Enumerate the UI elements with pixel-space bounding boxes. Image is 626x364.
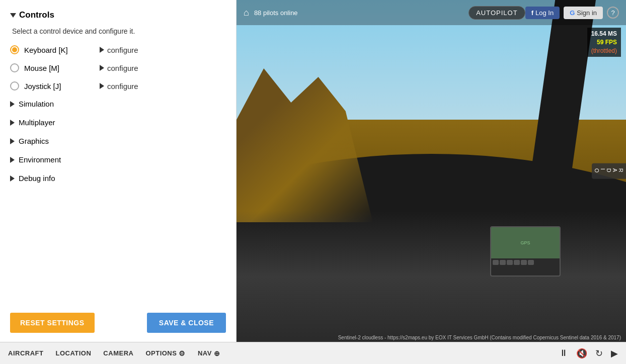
- google-icon: G: [570, 9, 575, 17]
- left-panel: Controls Select a control device and con…: [0, 0, 237, 342]
- section-arrow-icon: [10, 175, 15, 181]
- reload-icon: ↻: [595, 348, 603, 359]
- section-arrow-icon: [10, 101, 15, 107]
- facebook-icon: f: [531, 9, 533, 17]
- play-button[interactable]: ▶: [611, 348, 618, 359]
- gps-screen: GPS: [491, 227, 560, 258]
- simulation-section[interactable]: Simulation: [10, 100, 226, 108]
- mouse-configure-label: configure: [107, 64, 138, 72]
- gps-controls: [491, 258, 560, 266]
- reload-button[interactable]: ↻: [595, 348, 603, 359]
- mouse-radio[interactable]: [10, 63, 19, 72]
- bottom-nav: AIRCRAFT LOCATION CAMERA OPTIONS ⚙ NAV ⊕…: [0, 342, 626, 364]
- nav-controls: ⏸ 🔇 ↻ ▶: [559, 348, 618, 359]
- graphics-section[interactable]: Graphics: [10, 137, 226, 145]
- pause-button[interactable]: ⏸: [559, 348, 568, 358]
- nav-options[interactable]: OPTIONS ⚙: [145, 349, 186, 357]
- keyboard-label: Keyboard [K]: [24, 46, 95, 54]
- section-arrow-icon: [10, 138, 15, 144]
- controls-header[interactable]: Controls: [10, 10, 226, 20]
- pilots-online: 88 pilots online: [254, 9, 468, 17]
- camera-label: CAMERA: [103, 349, 133, 357]
- play-icon: ▶: [611, 348, 618, 359]
- ms-stat: 16.54 MS: [591, 30, 617, 38]
- joystick-control-item: Joystick [J] configure: [10, 81, 226, 90]
- collapse-icon: [10, 13, 16, 18]
- joystick-radio[interactable]: [10, 81, 19, 90]
- google-signin-button[interactable]: G Sign in: [564, 7, 603, 19]
- top-bar-right: f Log In G Sign in ?: [525, 7, 619, 19]
- keyboard-radio[interactable]: [10, 45, 19, 54]
- throttled-indicator: (throttled): [591, 47, 617, 55]
- mouse-control-item: Mouse [M] configure: [10, 63, 226, 72]
- gps-unit: GPS: [490, 226, 561, 277]
- facebook-login-button[interactable]: f Log In: [525, 7, 560, 19]
- nav-nav[interactable]: NAV ⊕: [198, 349, 220, 357]
- instrument-panel: [237, 211, 626, 342]
- debug-section[interactable]: Debug info: [10, 174, 226, 183]
- configure-arrow-icon: [100, 83, 104, 89]
- nav-aircraft[interactable]: AIRCRAFT: [8, 349, 43, 357]
- top-bar: ⌂ 88 pilots online AUTOPILOT f Log In G …: [237, 0, 626, 25]
- controls-subtitle: Select a control device and configure it…: [12, 27, 226, 35]
- location-label: LOCATION: [55, 349, 91, 357]
- radio-panel[interactable]: RADIO: [592, 163, 626, 179]
- fps-stat: 59 FPS: [591, 38, 617, 47]
- reset-settings-button[interactable]: RESET SETTINGS: [10, 313, 95, 333]
- keyboard-control-item: Keyboard [K] configure: [10, 45, 226, 54]
- performance-stats: 16.54 MS 59 FPS (throttled): [587, 28, 621, 57]
- nav-location[interactable]: LOCATION: [55, 349, 91, 357]
- options-gear-icon: ⚙: [179, 349, 186, 357]
- keyboard-configure-label: configure: [107, 46, 138, 54]
- pause-icon: ⏸: [559, 348, 568, 358]
- autopilot-button[interactable]: AUTOPILOT: [468, 6, 525, 20]
- bottom-buttons: RESET SETTINGS SAVE & CLOSE: [10, 308, 226, 337]
- mouse-configure-btn[interactable]: configure: [100, 64, 138, 72]
- section-arrow-icon: [10, 120, 15, 126]
- mute-icon: 🔇: [576, 348, 587, 359]
- multiplayer-label: Multiplayer: [19, 118, 55, 127]
- configure-arrow-icon: [100, 65, 104, 71]
- nav-compass-icon: ⊕: [214, 349, 220, 357]
- joystick-configure-label: configure: [107, 82, 138, 90]
- radio-label: RADIO: [594, 168, 624, 174]
- mute-button[interactable]: 🔇: [576, 348, 587, 359]
- configure-arrow-icon: [100, 47, 104, 53]
- nav-label: NAV: [198, 349, 212, 357]
- aircraft-label: AIRCRAFT: [8, 349, 43, 357]
- multiplayer-section[interactable]: Multiplayer: [10, 118, 226, 127]
- flight-sim-view[interactable]: GPS ⌂ 88 pilots online AUTOPILOT f Log I…: [237, 0, 626, 342]
- environment-label: Environment: [19, 155, 61, 164]
- environment-section[interactable]: Environment: [10, 155, 226, 164]
- mouse-label: Mouse [M]: [24, 64, 95, 72]
- save-close-button[interactable]: SAVE & CLOSE: [147, 313, 226, 333]
- attribution-text: Sentinel-2 cloudless - https://s2maps.eu…: [338, 335, 621, 340]
- keyboard-configure-btn[interactable]: configure: [100, 46, 138, 54]
- home-icon[interactable]: ⌂: [244, 8, 249, 18]
- nav-camera[interactable]: CAMERA: [103, 349, 133, 357]
- debug-label: Debug info: [19, 174, 55, 183]
- question-mark-icon: ?: [611, 9, 614, 17]
- options-label: OPTIONS: [145, 349, 177, 357]
- section-arrow-icon: [10, 157, 15, 163]
- simulation-label: Simulation: [19, 100, 54, 108]
- joystick-configure-btn[interactable]: configure: [100, 82, 138, 90]
- graphics-label: Graphics: [19, 137, 49, 145]
- joystick-label: Joystick [J]: [24, 82, 95, 90]
- help-button[interactable]: ?: [607, 7, 619, 19]
- controls-title: Controls: [19, 10, 54, 20]
